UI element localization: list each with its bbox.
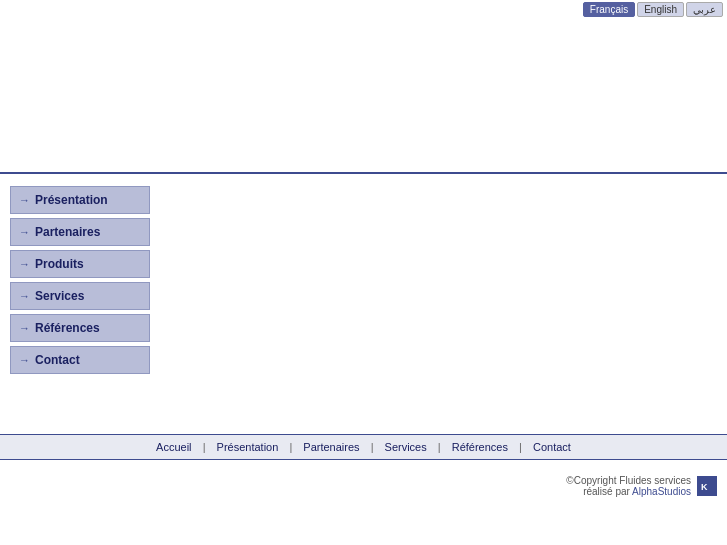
arrow-icon-services: →	[19, 290, 30, 302]
footer-sep-5: |	[519, 441, 522, 453]
nav-item-services[interactable]: → Services	[10, 282, 150, 310]
lang-en-button[interactable]: English	[637, 2, 684, 17]
main-layout: → Présentation → Partenaires → Produits …	[0, 174, 727, 434]
footer-link-partenaires[interactable]: Partenaires	[303, 441, 359, 453]
arrow-icon-presentation: →	[19, 194, 30, 206]
arrow-icon-partenaires: →	[19, 226, 30, 238]
nav-item-presentation[interactable]: → Présentation	[10, 186, 150, 214]
footer-sep-1: |	[203, 441, 206, 453]
nav-label-references: Références	[35, 321, 100, 335]
copyright-text: ©Copyright Fluides services réalisé par …	[566, 475, 691, 497]
footer-sep-4: |	[438, 441, 441, 453]
footer-nav: Accueil | Présentation | Partenaires | S…	[0, 434, 727, 460]
sidebar-nav: → Présentation → Partenaires → Produits …	[10, 186, 150, 422]
nav-item-partenaires[interactable]: → Partenaires	[10, 218, 150, 246]
nav-label-presentation: Présentation	[35, 193, 108, 207]
footer-sep-2: |	[289, 441, 292, 453]
footer-link-contact[interactable]: Contact	[533, 441, 571, 453]
nav-label-partenaires: Partenaires	[35, 225, 100, 239]
nav-item-contact[interactable]: → Contact	[10, 346, 150, 374]
alphaStudios-link[interactable]: AlphaStudios	[632, 486, 691, 497]
lang-fr-button[interactable]: Français	[583, 2, 635, 17]
nav-label-contact: Contact	[35, 353, 80, 367]
footer-link-references[interactable]: Références	[452, 441, 508, 453]
footer-link-services[interactable]: Services	[385, 441, 427, 453]
alpha-logo-icon: K	[697, 476, 717, 496]
copyright-line1: ©Copyright Fluides services	[566, 475, 691, 486]
arrow-icon-contact: →	[19, 354, 30, 366]
arrow-icon-produits: →	[19, 258, 30, 270]
footer-sep-3: |	[371, 441, 374, 453]
arrow-icon-references: →	[19, 322, 30, 334]
nav-item-references[interactable]: → Références	[10, 314, 150, 342]
language-bar: Français English عربي	[0, 0, 727, 19]
copyright-area: ©Copyright Fluides services réalisé par …	[0, 460, 727, 502]
copyright-line2: réalisé par AlphaStudios	[566, 486, 691, 497]
svg-text:K: K	[701, 482, 708, 492]
nav-label-produits: Produits	[35, 257, 84, 271]
lang-ar-button[interactable]: عربي	[686, 2, 723, 17]
footer-link-presentation[interactable]: Présentation	[217, 441, 279, 453]
nav-label-services: Services	[35, 289, 84, 303]
header-banner	[0, 19, 727, 174]
nav-item-produits[interactable]: → Produits	[10, 250, 150, 278]
content-area	[150, 186, 717, 422]
footer-link-accueil[interactable]: Accueil	[156, 441, 191, 453]
